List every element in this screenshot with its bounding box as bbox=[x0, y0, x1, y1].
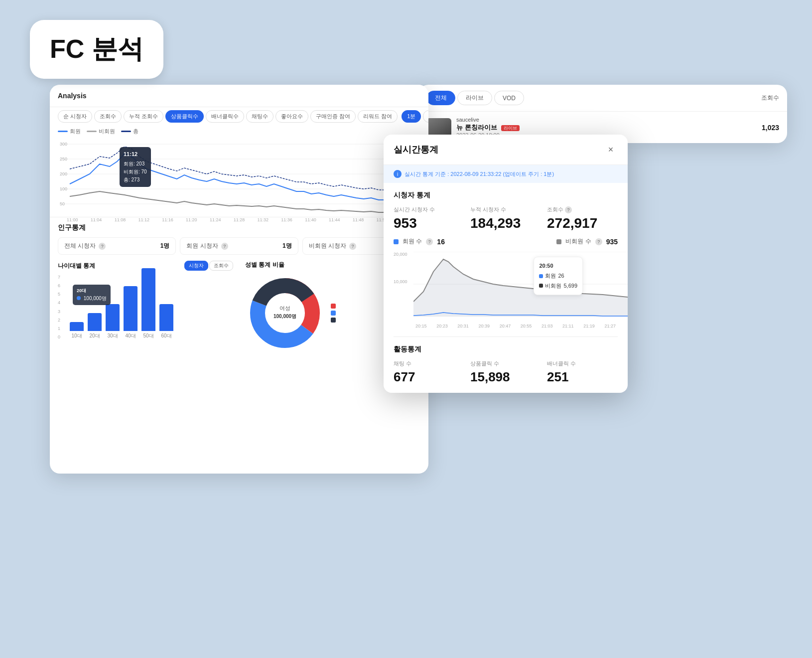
rm-modal-title: 실시간통계 bbox=[394, 144, 438, 156]
bar-chart-tooltip: 20대 100,000명 bbox=[73, 285, 111, 305]
tab-라이브[interactable]: 라이브 bbox=[457, 91, 492, 105]
member-viewers-help-icon[interactable]: ? bbox=[221, 243, 228, 250]
legend-total: 총 bbox=[121, 128, 138, 135]
tab-조회수[interactable]: 조회수 bbox=[94, 110, 122, 123]
tab-배너클릭수[interactable]: 배너클릭수 bbox=[206, 110, 244, 123]
banner-click-val: 251 bbox=[547, 369, 618, 385]
filter-tabs-row: 순 시청자 조회수 누적 조회수 상품클릭수 배너클릭수 채팅수 좋아요수 구매… bbox=[50, 107, 428, 126]
chart-legend: 회원 비회원 총 bbox=[50, 126, 428, 137]
views-val: 272,917 bbox=[547, 215, 618, 231]
cumulative-viewers-val: 184,293 bbox=[470, 215, 541, 231]
rm-x-labels: 20:1520:2320:3120:3920:4720:5521:0321:11… bbox=[413, 324, 618, 329]
demographics-section: 인구통계 전체 시청자 ? 1명 회원 시청자 ? 1명 비회원 시청자 ? bbox=[50, 217, 428, 361]
donut-legend bbox=[331, 304, 338, 325]
bar-tooltip-val: 100,000명 bbox=[84, 296, 107, 301]
main-chart: 11:12 회원: 203 비회원: 70 총: 273 300 250 bbox=[50, 137, 428, 217]
analysis-title: Analysis bbox=[58, 92, 87, 100]
bar-60대: 60대 bbox=[159, 304, 173, 339]
tab-채팅수[interactable]: 채팅수 bbox=[246, 110, 273, 123]
total-viewers-val: 1명 bbox=[160, 242, 170, 250]
cumulative-viewers-stat: 누적 시청자 수 184,293 bbox=[470, 206, 541, 231]
bar-toggle-views[interactable]: 조회수 bbox=[209, 261, 233, 271]
tab-10분[interactable]: 10분 bbox=[423, 110, 428, 123]
member-viewers-label: 회원 시청자 bbox=[186, 242, 218, 250]
svg-text:300: 300 bbox=[60, 142, 67, 147]
fc-badge-text: FC 분석 bbox=[50, 34, 143, 63]
main-analytics-card: Analysis 순 시청자 조회수 누적 조회수 상품클릭수 배너클릭수 채팅… bbox=[50, 85, 428, 474]
rm-activity-grid: 채팅 수 677 상품클릭 수 15,898 배너클릭 수 251 bbox=[394, 360, 618, 385]
member-viewers-stat: 회원 시청자 ? 1명 bbox=[180, 237, 298, 255]
bar-value-30대 bbox=[106, 304, 120, 331]
rm-mini-chart: 20,000 10,000 20:50 회원 26 비회원 5,699 bbox=[394, 252, 618, 322]
tab-상품클릭수[interactable]: 상품클릭수 bbox=[165, 110, 204, 123]
rm-ct-time: 20:50 bbox=[539, 261, 577, 271]
chat-label: 채팅 수 bbox=[394, 360, 464, 367]
tr-header: 전체 라이브 VOD 조회수 bbox=[418, 85, 787, 112]
svg-text:100,000명: 100,000명 bbox=[273, 314, 296, 319]
bar-y-axis: 76543210 bbox=[58, 275, 60, 339]
product-click-val: 15,898 bbox=[470, 369, 541, 385]
line-chart-svg: 300 250 200 100 50 bbox=[58, 139, 420, 216]
member-viewers-val: 1명 bbox=[282, 242, 292, 250]
demographics-title: 인구통계 bbox=[58, 223, 420, 232]
legend-blue bbox=[331, 311, 338, 316]
nonmember-help-icon[interactable]: ? bbox=[595, 238, 602, 245]
tr-name-row: 뉴 론칭라이브 라이브 bbox=[456, 123, 757, 132]
bar-value-50대 bbox=[141, 268, 155, 331]
tab-구매인증참여[interactable]: 구매인증 참여 bbox=[310, 110, 356, 123]
realtime-viewers-label: 실시간 시청자 수 bbox=[394, 206, 464, 213]
rm-info-bar: i 실시간 통계 기준 : 2022-08-09 21:33:22 (업데이트 … bbox=[384, 165, 628, 183]
rm-nonmember-label: 비회원 수 bbox=[565, 237, 591, 246]
nonmember-viewers-label: 비회원 시청자 bbox=[309, 242, 346, 250]
rm-activity-section: 활동통계 채팅 수 677 상품클릭 수 15,898 배너클릭 수 251 bbox=[384, 337, 628, 393]
bar-label-40대: 40대 bbox=[125, 332, 135, 339]
tr-thumbnail bbox=[426, 118, 451, 137]
rm-ct-nonmember-dot-icon bbox=[539, 284, 543, 288]
bar-label-60대: 60대 bbox=[161, 332, 171, 339]
nonmember-viewers-help-icon[interactable]: ? bbox=[349, 243, 356, 250]
realtime-stats-modal: 실시간통계 × i 실시간 통계 기준 : 2022-08-09 21:33:2… bbox=[384, 135, 628, 393]
views-stat: 조회수 ? 272,917 bbox=[547, 206, 618, 231]
tab-리워드참여[interactable]: 리워드 참여 bbox=[358, 110, 398, 123]
rm-close-button[interactable]: × bbox=[604, 143, 618, 157]
rm-ct-member-dot-icon bbox=[539, 274, 543, 278]
member-dot-icon bbox=[394, 239, 399, 244]
chat-val: 677 bbox=[394, 369, 464, 385]
tab-전체[interactable]: 전체 bbox=[426, 91, 455, 105]
bar-toggle-viewers[interactable]: 시청자 bbox=[184, 261, 208, 271]
tr-channel: saucelive bbox=[456, 117, 757, 123]
views-help-icon[interactable]: ? bbox=[565, 206, 572, 213]
tab-1분[interactable]: 1분 bbox=[402, 110, 421, 123]
chat-stat: 채팅 수 677 bbox=[394, 360, 464, 385]
rm-info-text: 실시간 통계 기준 : 2022-08-09 21:33:22 (업데이트 주기… bbox=[405, 170, 554, 178]
bar-tooltip-row: 100,000명 bbox=[77, 295, 107, 303]
bar-value-60대 bbox=[159, 304, 173, 331]
bar-label-30대: 30대 bbox=[107, 332, 118, 339]
legend-dark bbox=[331, 318, 338, 323]
rm-chart-tooltip: 20:50 회원 26 비회원 5,699 bbox=[534, 257, 583, 295]
legend-member-label: 회원 bbox=[70, 128, 81, 135]
chart-tooltip: 11:12 회원: 203 비회원: 70 총: 273 bbox=[120, 147, 151, 187]
rm-ct-nonmember-row: 비회원 5,699 bbox=[539, 281, 577, 291]
age-bar-chart: 76543210 20대 100,000명 10대 bbox=[58, 275, 233, 339]
rm-viewer-section: 시청자 통계 실시간 시청자 수 953 누적 시청자 수 184,293 조회… bbox=[384, 183, 628, 336]
realtime-viewers-stat: 실시간 시청자 수 953 bbox=[394, 206, 464, 231]
total-viewers-help-icon[interactable]: ? bbox=[99, 243, 106, 250]
tab-순시청자[interactable]: 순 시청자 bbox=[58, 110, 92, 123]
tab-좋아요수[interactable]: 좋아요수 bbox=[275, 110, 308, 123]
legend-member: 회원 bbox=[58, 128, 81, 135]
views-label: 조회수 ? bbox=[547, 206, 618, 213]
cumulative-viewers-label: 누적 시청자 수 bbox=[470, 206, 541, 213]
total-viewers-label: 전체 시청자 bbox=[64, 242, 96, 250]
donut-svg: 여성 100,000명 bbox=[245, 273, 325, 353]
bar-label-10대: 10대 bbox=[71, 332, 82, 339]
tab-누적조회수[interactable]: 누적 조회수 bbox=[124, 110, 163, 123]
view-count-label: 조회수 bbox=[761, 94, 779, 102]
legend-total-label: 총 bbox=[133, 128, 138, 135]
rm-member-val: 16 bbox=[437, 238, 445, 246]
svg-text:50: 50 bbox=[60, 201, 65, 206]
tab-vod[interactable]: VOD bbox=[494, 91, 524, 105]
tooltip-member: 회원: 203 bbox=[124, 160, 147, 168]
legend-nonmember: 비회원 bbox=[87, 128, 115, 135]
member-help-icon[interactable]: ? bbox=[426, 238, 433, 245]
